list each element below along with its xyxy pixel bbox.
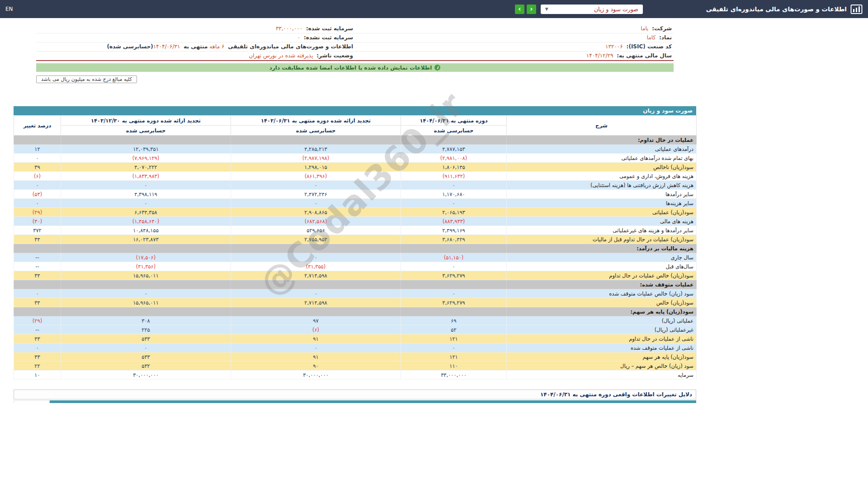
- row-label: ناشی از عملیات متوقف شده: [507, 343, 697, 352]
- statement-row: سود(زیان) عملیات در حال تداوم قبل از مال…: [14, 235, 697, 244]
- row-value: ۰: [14, 154, 61, 163]
- unregistered-capital-label: سرمایه ثبت نشده:: [304, 34, 353, 41]
- row-label: هزینه های مالی: [507, 217, 697, 226]
- row-value: ۰: [401, 343, 507, 352]
- row-value: ۱۲۱: [401, 352, 507, 361]
- row-value: ۳۰,۰۰۰,۰۰۰: [231, 371, 401, 380]
- row-value: (۱,۸۳۳,۹۸۳): [61, 172, 231, 181]
- statement-row: سرمایه۳۳,۰۰۰,۰۰۰۳۰,۰۰۰,۰۰۰۳۰,۰۰۰,۰۰۰۱۰: [14, 371, 697, 380]
- row-value: [231, 307, 401, 316]
- row-value: [61, 280, 231, 289]
- statement-row: سایر هزینه‌ها۰۰۰۰: [14, 199, 697, 208]
- signature-match-banner: i اطلاعات نمایش داده شده با اطلاعات امضا…: [36, 63, 674, 72]
- next-statement-button[interactable]: ›: [515, 5, 524, 14]
- row-value: ۲,۷۱۴,۵۹۸: [231, 271, 401, 280]
- row-label: بهای تمام شده درآمدهای عملیاتی: [507, 154, 697, 163]
- row-value: ۵۳۳: [61, 352, 231, 361]
- company-value: باما: [641, 25, 648, 32]
- row-value: --: [14, 325, 61, 334]
- row-value: ۰: [61, 199, 231, 208]
- statement-row: ناشی از عملیات متوقف شده۰۰۰۰: [14, 343, 697, 352]
- col-subheader-audited: حسابرسی شده: [231, 126, 401, 136]
- report-description-field: اطلاعات و صورت‌های مالی میاندوره‌ای تلفی…: [36, 42, 355, 51]
- row-value: ۱۰,۸۴۸,۱۵۵: [61, 226, 231, 235]
- row-value: ۶,۶۳۴,۳۵۸: [61, 208, 231, 217]
- unregistered-capital-value: ۰: [297, 34, 300, 41]
- row-label: عملیات در حال تداوم:: [507, 136, 697, 145]
- row-value: ۱,۸۰۶,۱۴۵: [401, 163, 507, 172]
- chevron-left-icon: ‹: [530, 6, 533, 13]
- row-label: سایر درآمدها و هزینه های غیرعملیاتی: [507, 226, 697, 235]
- row-value: ۴,۷۸۷,۱۵۳: [401, 145, 507, 154]
- row-value: [401, 280, 507, 289]
- report-desc-middle: منتهی به: [184, 43, 208, 50]
- row-value: [14, 307, 61, 316]
- row-value: (۶): [14, 172, 61, 181]
- company-info-section: شرکت: باما سرمایه ثبت شده: ۳۳,۰۰۰,۰۰۰ نم…: [36, 24, 674, 61]
- row-label: درآمدهای عملیاتی: [507, 145, 697, 154]
- row-value: (۴۱,۳۵۶): [61, 262, 231, 271]
- report-desc-prefix: اطلاعات و صورت‌های مالی میاندوره‌ای تلفی…: [228, 43, 353, 50]
- company-info-row: کد صنعت (ISIC): ۱۳۲۰۰۶ اطلاعات و صورت‌ها…: [36, 42, 674, 52]
- statement-type-dropdown[interactable]: صورت سود و زیان ▼: [541, 5, 643, 14]
- row-value: ۰: [401, 199, 507, 208]
- statement-row: سود(زیان) ناخالص۱,۸۰۶,۱۴۵۱,۲۹۸,۰۱۵۴,۰۷۰,…: [14, 163, 697, 172]
- row-value: (۶۸۲,۵۶۸): [231, 217, 401, 226]
- row-label: ناشی از عملیات در حال تداوم: [507, 334, 697, 343]
- amounts-note-row: کلیه مبالغ درج شده به میلیون ریال می باش…: [36, 75, 868, 83]
- row-label: سود(زیان) عملیات در حال تداوم قبل از مال…: [507, 235, 697, 244]
- row-value: ۱,۱۷۰,۶۸۰: [401, 190, 507, 199]
- row-value: ۳۴: [14, 235, 61, 244]
- row-value: ۰: [14, 181, 61, 190]
- row-value: ۱۱۰: [401, 361, 507, 371]
- row-value: ۳۷۲: [14, 226, 61, 235]
- row-value: ۲۲۵: [61, 325, 231, 334]
- row-value: ۲,۰۶۵,۱۹۳: [401, 208, 507, 217]
- chevron-right-icon: ›: [518, 6, 521, 13]
- row-value: (۵۳): [14, 190, 61, 199]
- row-value: ۲,۷۵۵,۹۵۳: [231, 235, 401, 244]
- row-value: (۴۱,۳۵۵): [231, 262, 401, 271]
- signature-match-text: اطلاعات نمایش داده شده با اطلاعات امضا ش…: [269, 65, 432, 71]
- company-info-row: شرکت: باما سرمایه ثبت شده: ۳۳,۰۰۰,۰۰۰: [36, 24, 674, 33]
- changes-reasons-header[interactable]: دلایل تغییرات اطلاعات واقعی دوره منتهی ب…: [14, 389, 696, 399]
- statement-row: سایر درآمدها۱,۱۷۰,۶۸۰۲,۴۷۲,۲۴۶۴,۳۹۸,۱۱۹(…: [14, 190, 697, 199]
- row-value: ۰: [231, 199, 401, 208]
- next-section-strip: [14, 400, 696, 403]
- row-value: ۱۵,۹۶۵,۰۱۱: [61, 298, 231, 307]
- row-label: سود (زیان) خالص عملیات متوقف شده: [507, 289, 697, 298]
- row-label: سال جاری: [507, 253, 697, 262]
- row-value: ۹۰: [231, 361, 401, 371]
- row-value: ۹۱: [231, 334, 401, 343]
- row-value: ۰: [401, 289, 507, 298]
- row-value: ۰: [61, 289, 231, 298]
- row-label: سود (زیان) خالص هر سهم – ریال: [507, 361, 697, 371]
- row-value: ۳۳: [14, 334, 61, 343]
- fiscal-year-value: ۱۴۰۴/۱۲/۲۹: [586, 52, 613, 59]
- row-value: [61, 307, 231, 316]
- statement-row: هزینه های مالی(۸۸۳,۹۳۳)(۶۸۲,۵۶۸)(۱,۴۵۸,۶…: [14, 217, 697, 226]
- row-value: ۳,۶۲۹,۲۷۹: [401, 298, 507, 307]
- row-label: هزینه کاهش ارزش دریافتنی ها (هزینه استثن…: [507, 181, 697, 190]
- statement-row: سود (زیان) خالص عملیات متوقف شده۰۰۰۰: [14, 289, 697, 298]
- row-value: ۰: [61, 181, 231, 190]
- row-value: ۴,۲۸۵,۲۱۳: [231, 145, 401, 154]
- row-value: ۰: [14, 199, 61, 208]
- row-value: ۴,۳۹۸,۱۱۹: [61, 190, 231, 199]
- row-value: ۲,۷۱۴,۵۹۸: [231, 298, 401, 307]
- row-value: ۰: [401, 262, 507, 271]
- row-value: (۱۷,۵۰۶): [61, 253, 231, 262]
- row-value: (۹۱۱,۶۳۲): [401, 172, 507, 181]
- row-value: ۲۲: [14, 361, 61, 371]
- row-value: (۵۱,۱۵۰): [401, 253, 507, 262]
- row-value: ۱,۲۹۸,۰۱۵: [231, 163, 401, 172]
- prev-statement-button[interactable]: ‹: [527, 5, 536, 14]
- statement-row: سود (زیان) خالص هر سهم – ریال۱۱۰۹۰۵۳۲۲۲: [14, 361, 697, 371]
- statement-row: درآمدهای عملیاتی۴,۷۸۷,۱۵۳۴,۲۸۵,۲۱۳۱۲,۰۳۹…: [14, 145, 697, 154]
- report-desc-period: ۶ ماهه: [209, 43, 224, 50]
- statement-section-row: عملیات متوقف شده:: [14, 280, 697, 289]
- language-toggle-en[interactable]: EN: [5, 6, 13, 12]
- statement-section-row: سود(زیان) پایه هر سهم:: [14, 307, 697, 316]
- col-header-percent-change: درصد تغییر: [14, 116, 61, 136]
- registered-capital-value: ۳۳,۰۰۰,۰۰۰: [276, 25, 302, 32]
